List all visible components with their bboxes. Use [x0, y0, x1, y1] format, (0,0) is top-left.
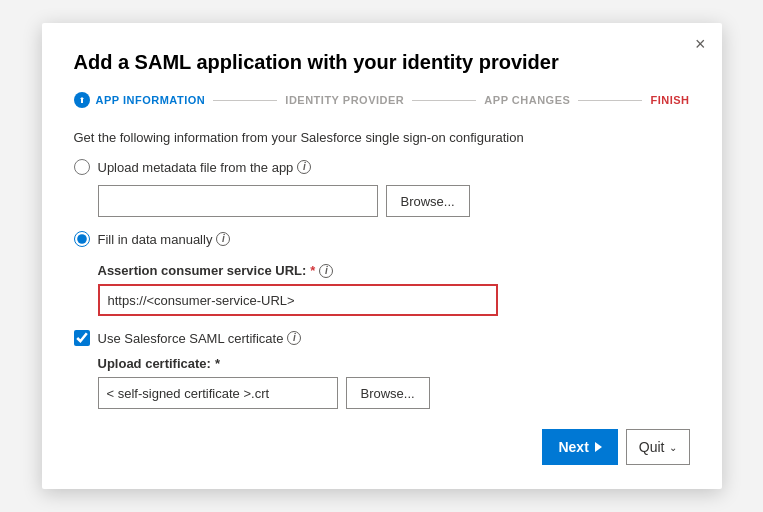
manual-radio[interactable]	[74, 231, 90, 247]
saml-cert-label: Use Salesforce SAML certificate i	[98, 331, 302, 346]
upload-cert-section: Upload certificate: * Browse...	[98, 356, 690, 409]
step-line-3	[578, 100, 642, 101]
step-app-information-label: APP INFORMATION	[96, 94, 206, 106]
quit-chevron-icon: ⌄	[669, 442, 677, 453]
step-finish-label: FINISH	[650, 94, 689, 106]
step-app-information: APP INFORMATION	[74, 92, 206, 108]
assertion-required-star: *	[310, 263, 315, 278]
assertion-field-group: Assertion consumer service URL: * i	[98, 263, 690, 316]
step-line-2	[412, 100, 476, 101]
step-finish: FINISH	[650, 94, 689, 106]
step-identity-provider-label: IDENTITY PROVIDER	[285, 94, 404, 106]
step-app-changes-label: APP CHANGES	[484, 94, 570, 106]
file-upload-row: Browse...	[98, 185, 690, 217]
manual-label: Fill in data manually i	[98, 232, 231, 247]
saml-cert-checkbox-row[interactable]: Use Salesforce SAML certificate i	[74, 330, 690, 346]
dialog-footer: Next Quit ⌄	[74, 409, 690, 465]
next-arrow-icon	[595, 442, 602, 452]
upload-cert-row: Browse...	[98, 377, 690, 409]
manual-info-icon[interactable]: i	[216, 232, 230, 246]
dialog-title: Add a SAML application with your identit…	[74, 51, 690, 74]
saml-cert-info-icon[interactable]: i	[287, 331, 301, 345]
step-app-information-icon	[74, 92, 90, 108]
upload-metadata-radio[interactable]	[74, 159, 90, 175]
manual-option[interactable]: Fill in data manually i	[74, 231, 690, 247]
svg-rect-2	[81, 99, 83, 103]
upload-metadata-option[interactable]: Upload metadata file from the app i	[74, 159, 690, 175]
cert-browse-button[interactable]: Browse...	[346, 377, 430, 409]
step-identity-provider: IDENTITY PROVIDER	[285, 94, 404, 106]
assertion-info-icon[interactable]: i	[319, 264, 333, 278]
stepper: APP INFORMATION IDENTITY PROVIDER APP CH…	[74, 92, 690, 108]
metadata-file-input[interactable]	[98, 185, 378, 217]
upload-metadata-label: Upload metadata file from the app i	[98, 160, 312, 175]
assertion-url-input[interactable]	[98, 284, 498, 316]
cert-file-input[interactable]	[98, 377, 338, 409]
upload-info-icon[interactable]: i	[297, 160, 311, 174]
saml-dialog: × Add a SAML application with your ident…	[42, 23, 722, 489]
step-line-1	[213, 100, 277, 101]
metadata-browse-button[interactable]: Browse...	[386, 185, 470, 217]
close-button[interactable]: ×	[695, 35, 706, 53]
cert-required-star: *	[215, 356, 220, 371]
instruction-text: Get the following information from your …	[74, 130, 690, 145]
next-button[interactable]: Next	[542, 429, 617, 465]
assertion-field-label: Assertion consumer service URL: * i	[98, 263, 690, 278]
step-app-changes: APP CHANGES	[484, 94, 570, 106]
quit-button[interactable]: Quit ⌄	[626, 429, 690, 465]
upload-cert-label: Upload certificate: *	[98, 356, 690, 371]
saml-cert-checkbox[interactable]	[74, 330, 90, 346]
